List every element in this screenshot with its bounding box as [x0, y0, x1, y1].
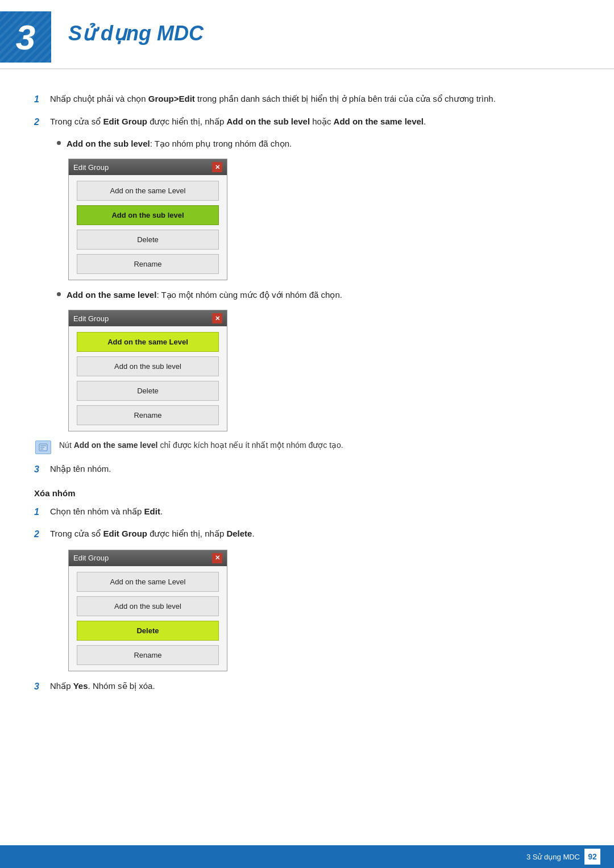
- bullet-sub-level: Add on the sub level: Tạo nhóm phụ trong…: [57, 137, 580, 151]
- dialog-2-titlebar: Edit Group ✕: [69, 310, 227, 326]
- dialog-3-close-button[interactable]: ✕: [212, 553, 222, 563]
- step-2: 2 Trong cửa sổ Edit Group được hiển thị,…: [34, 115, 580, 130]
- step-1: 1 Nhấp chuột phải và chọn Group>Edit tro…: [34, 92, 580, 107]
- dialog-3-body: Add on the same Level Add on the sub lev…: [69, 566, 227, 671]
- note-icon: [34, 439, 52, 455]
- xoa-step-3-number: 3: [34, 679, 50, 694]
- step-2-text: Trong cửa sổ Edit Group được hiển thị, n…: [50, 115, 580, 129]
- dialog-3-titlebar: Edit Group ✕: [69, 550, 227, 566]
- xoa-step-3: 3 Nhấp Yes. Nhóm sẽ bị xóa.: [34, 679, 580, 694]
- dialog-2-close-button[interactable]: ✕: [212, 313, 222, 323]
- step-3-text: Nhập tên nhóm.: [50, 462, 580, 476]
- bullet-same-level-text: Add on the same level: Tạo một nhóm cùng…: [67, 288, 342, 302]
- dialog-2-delete-button[interactable]: Delete: [77, 381, 219, 401]
- xoa-step-1-number: 1: [34, 505, 50, 520]
- step-1-number: 1: [34, 92, 50, 107]
- dialog-3-delete-button[interactable]: Delete: [77, 621, 219, 641]
- dialog-1-wrapper: Edit Group ✕ Add on the same Level Add o…: [68, 159, 580, 280]
- note-row: Nút Add on the same level chỉ được kích …: [34, 439, 580, 455]
- xoa-nhom-heading: Xóa nhóm: [34, 488, 580, 498]
- xoa-step-1: 1 Chọn tên nhóm và nhấp Edit.: [34, 505, 580, 520]
- step-3: 3 Nhập tên nhóm.: [34, 462, 580, 477]
- chapter-box: 3: [0, 11, 51, 63]
- dialog-1-close-button[interactable]: ✕: [212, 162, 222, 172]
- edit-group-dialog-1: Edit Group ✕ Add on the same Level Add o…: [68, 159, 227, 280]
- bullet-dot-2: [57, 292, 61, 296]
- xoa-step-2-number: 2: [34, 527, 50, 542]
- dialog-2-body: Add on the same Level Add on the sub lev…: [69, 326, 227, 431]
- bullet-dot-1: [57, 141, 61, 145]
- dialog-2-rename-button[interactable]: Rename: [77, 405, 219, 425]
- chapter-title: Sử dụng MDC: [51, 11, 221, 56]
- footer-label: 3 Sử dụng MDC: [526, 853, 580, 861]
- edit-group-dialog-3: Edit Group ✕ Add on the same Level Add o…: [68, 550, 227, 671]
- dialog-1-titlebar: Edit Group ✕: [69, 159, 227, 175]
- dialog-3-rename-button[interactable]: Rename: [77, 645, 219, 665]
- page-header: 3 Sử dụng MDC: [0, 0, 614, 69]
- xoa-step-2-text: Trong cửa sổ Edit Group được hiển thị, n…: [50, 527, 580, 541]
- page-content: 1 Nhấp chuột phải và chọn Group>Edit tro…: [0, 75, 614, 736]
- step-2-number: 2: [34, 115, 50, 130]
- note-text: Nút Add on the same level chỉ được kích …: [59, 439, 343, 452]
- dialog-1-title: Edit Group: [73, 163, 109, 172]
- footer-page-number: 92: [584, 849, 600, 865]
- dialog-1-body: Add on the same Level Add on the sub lev…: [69, 175, 227, 280]
- dialog-2-title: Edit Group: [73, 314, 109, 323]
- dialog-2-add-sub-level-button[interactable]: Add on the sub level: [77, 356, 219, 376]
- dialog-3-title: Edit Group: [73, 554, 109, 562]
- step-3-number: 3: [34, 462, 50, 477]
- dialog-3-add-sub-level-button[interactable]: Add on the sub level: [77, 596, 219, 616]
- edit-group-dialog-2: Edit Group ✕ Add on the same Level Add o…: [68, 310, 227, 431]
- dialog-1-add-sub-level-button[interactable]: Add on the sub level: [77, 205, 219, 225]
- dialog-3-wrapper: Edit Group ✕ Add on the same Level Add o…: [68, 550, 580, 671]
- dialog-2-add-same-level-button[interactable]: Add on the same Level: [77, 332, 219, 352]
- page-footer: 3 Sử dụng MDC 92: [0, 845, 614, 868]
- dialog-1-delete-button[interactable]: Delete: [77, 230, 219, 250]
- dialog-1-rename-button[interactable]: Rename: [77, 254, 219, 274]
- xoa-step-2: 2 Trong cửa sổ Edit Group được hiển thị,…: [34, 527, 580, 542]
- bullet-same-level: Add on the same level: Tạo một nhóm cùng…: [57, 288, 580, 302]
- xoa-step-1-text: Chọn tên nhóm và nhấp Edit.: [50, 505, 580, 519]
- xoa-step-3-text: Nhấp Yes. Nhóm sẽ bị xóa.: [50, 679, 580, 693]
- dialog-2-wrapper: Edit Group ✕ Add on the same Level Add o…: [68, 310, 580, 431]
- dialog-3-add-same-level-button[interactable]: Add on the same Level: [77, 572, 219, 592]
- dialog-1-add-same-level-button[interactable]: Add on the same Level: [77, 181, 219, 201]
- note-icon-inner: [35, 441, 51, 454]
- step-1-text: Nhấp chuột phải và chọn Group>Edit trong…: [50, 92, 580, 106]
- bullet-sub-level-text: Add on the sub level: Tạo nhóm phụ trong…: [67, 137, 292, 151]
